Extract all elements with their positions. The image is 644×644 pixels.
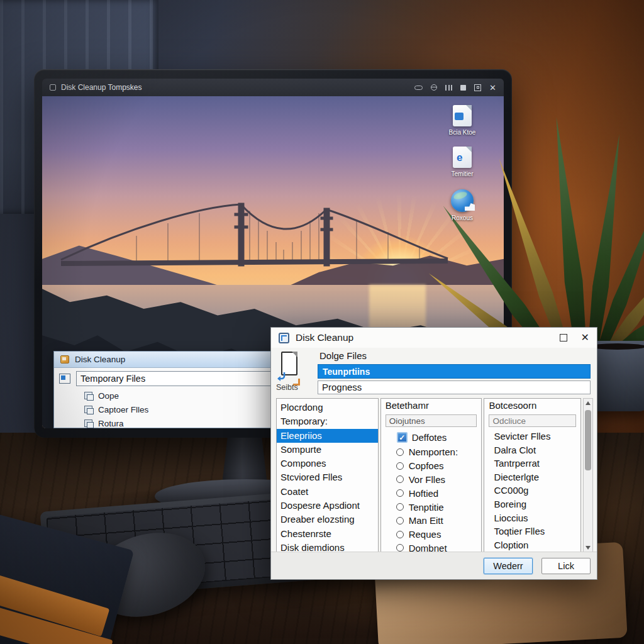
restore-icon[interactable] (474, 84, 481, 91)
left-list-item[interactable]: Dospesre Apsdiont (277, 499, 378, 513)
desktop-icon-2[interactable]: e Temitier (440, 147, 485, 177)
checked-option-row[interactable]: Deffotes (381, 430, 482, 445)
left-list-item[interactable]: Temporary: (277, 414, 378, 428)
secondary-button[interactable]: Lick (541, 558, 591, 574)
desktop-icon-label: Bcia Ktoe (440, 129, 485, 136)
right-list-item[interactable]: CC000g (484, 484, 580, 497)
right-list-item[interactable]: Tantrperrat (484, 457, 580, 470)
disk-cleanup-icon (279, 333, 289, 343)
close-icon[interactable]: ✕ (489, 84, 496, 92)
selected-row[interactable]: Teunprtiins (318, 364, 591, 379)
item-label: Hoftied (409, 488, 439, 499)
item-label: Rotura (98, 419, 124, 428)
radio-option[interactable]: Nemporten: (381, 445, 482, 459)
mini-disk-cleanup-window: Disk Cleanup Temporary Files OopeCaptoer… (53, 351, 281, 428)
radio-icon (396, 475, 404, 483)
win-icon (84, 406, 92, 413)
right-list-item[interactable]: Lioccius (484, 511, 580, 525)
left-list-item[interactable]: Sompurte (277, 443, 378, 457)
scroll-up-icon[interactable] (586, 401, 591, 405)
document-e-icon: e (453, 147, 472, 168)
item-label: Reques (409, 529, 441, 540)
mini-titlebar[interactable]: Disk Cleanup (54, 352, 280, 368)
item-label: Stcviored Flles (280, 472, 342, 482)
dialog-controls: ✕ (560, 333, 589, 343)
left-list-item[interactable]: Dreaber elozsting (277, 513, 378, 526)
radio-option[interactable]: Reques (381, 528, 482, 541)
item-label: Dalra Clot (494, 445, 536, 455)
left-list-item[interactable]: Coatet (277, 485, 378, 499)
item-label: Boreing (494, 499, 526, 509)
dialog-titlebar[interactable]: Disk Cleanup ✕ (271, 328, 597, 348)
radio-option[interactable]: Copfoes (381, 459, 482, 473)
checked-option-label: Deffotes (412, 432, 447, 443)
radio-icon (396, 503, 404, 511)
item-label: Coatet (280, 486, 308, 497)
globe-app-icon (451, 189, 474, 212)
radio-icon (396, 544, 404, 552)
mini-list-item[interactable]: Captoer Flles (54, 402, 280, 416)
pill-icon[interactable] (414, 86, 423, 90)
right-list-pane: Botcesoorn Odcliuce Sevicter FllesDalra … (484, 398, 581, 553)
radio-option-list: Nemporten:CopfoesVor FllesHoftiedTenptit… (381, 445, 482, 553)
left-list-item[interactable]: Stcviored Flles (277, 470, 378, 484)
drive-icon (59, 374, 70, 384)
item-label: Lioccius (494, 513, 528, 523)
right-list-item[interactable]: Dalra Clot (484, 443, 580, 457)
bars-icon[interactable] (445, 85, 452, 91)
mini-list-item[interactable]: Rotura (54, 416, 280, 428)
document-icon (453, 105, 472, 126)
scroll-down-icon[interactable] (586, 546, 591, 550)
radio-option[interactable]: Hoftied (381, 486, 482, 500)
temporary-files-field[interactable]: Temporary Files (76, 371, 275, 386)
right-list-item[interactable]: Sevicter Flles (484, 430, 580, 443)
close-icon[interactable]: ✕ (581, 333, 589, 343)
item-label: Dreaber elozsting (280, 514, 355, 525)
maximize-icon[interactable] (560, 334, 567, 341)
right-list-item[interactable]: Diecterlgte (484, 470, 580, 484)
left-list-item[interactable]: Compones (277, 457, 378, 470)
item-label: Tantrperrat (494, 458, 540, 469)
desktop-icon-label: Roxous (440, 214, 485, 221)
item-label: Man Eitt (409, 515, 443, 526)
right-pane-box[interactable]: Odcliuce (489, 414, 576, 427)
maximize-filled-icon[interactable] (460, 85, 466, 91)
checkbox-checked-icon[interactable] (397, 432, 408, 443)
right-list-item[interactable]: Cloption (484, 538, 580, 552)
progress-field[interactable]: Progness (318, 380, 591, 394)
radio-option[interactable]: Tenptitie (381, 500, 482, 514)
left-list-item[interactable]: Eleepriios (277, 429, 378, 443)
file-row-label[interactable]: Dolge Files (319, 350, 367, 361)
item-label: Toqtier Flles (494, 526, 545, 536)
scene: Disk Cleanup Tompskes ✕ (0, 0, 644, 644)
mini-field-row: Temporary Files (54, 368, 280, 387)
desktop-icon-1[interactable]: Bcia Ktoe (440, 105, 485, 136)
radio-option[interactable]: Man Eitt (381, 514, 482, 528)
win-icon (84, 392, 92, 399)
disk-cleanup-dialog: Disk Cleanup ✕ Dolge Files Teunprtiins S… (270, 327, 597, 580)
mini-file-list: OopeCaptoer FllesRotura (54, 387, 280, 428)
right-pane-header: Botcesoorn (484, 399, 580, 413)
item-label: Copfoes (409, 460, 444, 471)
left-list-item[interactable]: Plocrdong (277, 401, 378, 414)
item-label: Temporary: (280, 416, 328, 426)
primary-button[interactable]: Wederr (484, 558, 533, 574)
right-list-item[interactable]: Toqtier Flles (484, 525, 580, 538)
mini-list-item[interactable]: Oope (54, 389, 280, 402)
radio-icon (396, 448, 404, 456)
item-label: Sevicter Flles (494, 431, 550, 441)
left-list-item[interactable]: Chestenrste (277, 527, 378, 541)
globe-icon[interactable] (431, 84, 437, 91)
middle-list-pane: Betethamr Oiojutnes Deffotes Nemporten:C… (380, 398, 482, 553)
radio-icon (396, 531, 404, 538)
scrollbar-thumb[interactable] (585, 410, 591, 470)
middle-pane-box[interactable]: Oiojutnes (386, 414, 477, 427)
radio-option[interactable]: Vor Flles (381, 473, 482, 487)
right-list-item[interactable]: Boreing (484, 497, 580, 511)
item-label: Dospesre Apsdiont (280, 500, 360, 511)
scrollbar[interactable] (583, 398, 593, 553)
dialog-title: Disk Cleanup (296, 332, 353, 343)
item-label: Nemporten: (409, 447, 458, 457)
desktop-icon-3[interactable]: Roxous (440, 189, 485, 221)
item-label: Plocrdong (280, 402, 323, 413)
